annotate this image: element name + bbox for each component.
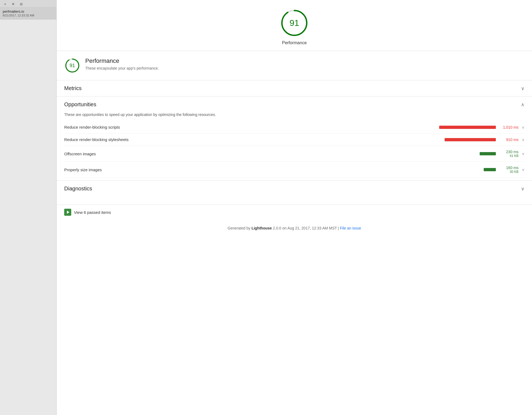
passed-label: View 6 passed items (74, 210, 111, 215)
diagnostics-title: Diagnostics (64, 186, 92, 192)
metrics-header[interactable]: Metrics ∨ (57, 80, 532, 96)
row-chevron-4[interactable]: ∨ (522, 167, 524, 172)
metrics-title: Metrics (64, 85, 81, 91)
metrics-chevron: ∨ (521, 85, 524, 91)
metrics-section: Metrics ∨ (57, 80, 532, 97)
opportunity-row-3: Offscreen images 230 ms41 KB ∨ (64, 146, 524, 162)
row-chevron-3[interactable]: ∨ (522, 152, 524, 156)
opportunity-time-1: 1,010 ms (500, 125, 519, 129)
opportunity-bar-container-4: 160 ms30 KB (159, 166, 519, 174)
score-number-large: 91 (289, 18, 299, 28)
opportunities-header[interactable]: Opportunities ∧ (57, 97, 532, 112)
bar-4 (484, 168, 496, 171)
file-issue-link[interactable]: File an issue (340, 226, 361, 230)
opportunity-row: Reduce render-blocking scripts 1,010 ms … (64, 121, 524, 133)
diagnostics-chevron: ∨ (521, 186, 524, 192)
opportunities-chevron: ∧ (521, 102, 524, 108)
footer-generated: Generated by Lighthouse 2.0.0 on Aug 21,… (227, 226, 361, 230)
opportunity-time-3: 230 ms41 KB (500, 150, 519, 158)
opportunity-name-3: Offscreen images (64, 152, 156, 156)
opportunities-title: Opportunities (64, 101, 96, 108)
sidebar: + ✕ ⊘ perfmatters.io 8/21/2017, 12:33:32… (0, 0, 57, 415)
site-date: 8/21/2017, 12:33:32 AM (3, 14, 54, 17)
close-tab-button[interactable]: ✕ (10, 1, 17, 7)
site-name: perfmatters.io (3, 9, 54, 13)
opportunity-row-2: Reduce render-blocking stylesheets 910 m… (64, 133, 524, 146)
score-circle-small: 91 (64, 57, 80, 74)
bar-2 (445, 138, 496, 141)
performance-title: Performance (85, 57, 159, 64)
opportunities-content: These are opportunities to speed up your… (57, 112, 532, 180)
opportunity-sub-4: 30 KB (500, 170, 519, 174)
opportunity-row-4: Properly size images 160 ms30 KB ∨ (64, 162, 524, 178)
opportunities-section: Opportunities ∧ These are opportunities … (57, 97, 532, 181)
opportunity-name-1: Reduce render-blocking scripts (64, 125, 156, 129)
bar-wrapper-2 (436, 138, 496, 141)
diagnostics-content (57, 197, 532, 205)
score-label-large: Performance (282, 40, 307, 45)
add-tab-button[interactable]: + (2, 1, 9, 7)
performance-text: Performance These encapsulate your app's… (85, 57, 159, 70)
opportunities-description: These are opportunities to speed up your… (64, 112, 524, 121)
sidebar-tabs: + ✕ ⊘ (0, 0, 56, 7)
row-chevron-2[interactable]: ∨ (522, 138, 524, 142)
view-passed-button[interactable] (64, 209, 71, 216)
sidebar-entry[interactable]: perfmatters.io 8/21/2017, 12:33:32 AM (0, 7, 56, 19)
score-circle-large: 91 (279, 8, 309, 38)
opportunity-name-2: Reduce render-blocking stylesheets (64, 137, 156, 142)
bar-wrapper-4 (436, 168, 496, 171)
main-content: 91 Performance 91 Performance These enca… (57, 0, 532, 415)
performance-description: These encapsulate your app's performance… (85, 66, 159, 70)
opportunity-sub-3: 41 KB (500, 154, 519, 158)
diagnostics-section: Diagnostics ∨ (57, 181, 532, 205)
opportunity-bar-container-1: 1,010 ms (159, 125, 519, 129)
footer: Generated by Lighthouse 2.0.0 on Aug 21,… (57, 219, 532, 238)
opportunity-bar-container-3: 230 ms41 KB (159, 150, 519, 158)
opportunity-time-4: 160 ms30 KB (500, 166, 519, 174)
passed-items: View 6 passed items (57, 205, 532, 219)
row-chevron-1[interactable]: ∨ (522, 125, 524, 129)
bar-1 (439, 126, 496, 129)
score-number-small: 91 (70, 63, 75, 68)
score-header: 91 Performance (57, 0, 532, 51)
bar-3 (480, 152, 496, 155)
bar-wrapper-3 (436, 152, 496, 155)
stop-button[interactable]: ⊘ (18, 1, 25, 7)
opportunity-name-4: Properly size images (64, 167, 156, 172)
opportunity-bar-container-2: 910 ms (159, 138, 519, 142)
bar-wrapper-1 (436, 126, 496, 129)
diagnostics-header[interactable]: Diagnostics ∨ (57, 181, 532, 197)
performance-section: 91 Performance These encapsulate your ap… (57, 51, 532, 80)
opportunity-time-2: 910 ms (500, 138, 519, 142)
lighthouse-name: Lighthouse (251, 226, 272, 230)
